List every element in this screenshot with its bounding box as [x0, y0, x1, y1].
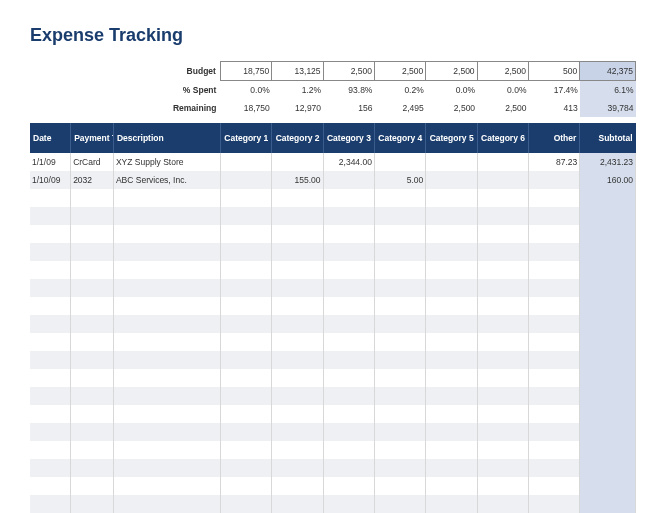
cell-cat4[interactable]: [374, 189, 425, 207]
cell-subtotal[interactable]: [580, 297, 636, 315]
budget-cat3[interactable]: 2,500: [323, 62, 374, 81]
cell-cat5[interactable]: [426, 261, 477, 279]
cell-other[interactable]: [528, 225, 579, 243]
cell-other[interactable]: [528, 495, 579, 513]
cell-other[interactable]: [528, 351, 579, 369]
cell-desc[interactable]: [113, 351, 220, 369]
cell-cat2[interactable]: [272, 495, 323, 513]
cell-desc[interactable]: [113, 243, 220, 261]
cell-paytype[interactable]: [71, 369, 114, 387]
cell-cat4[interactable]: [374, 459, 425, 477]
cell-cat1[interactable]: [220, 405, 271, 423]
cell-desc[interactable]: [113, 459, 220, 477]
cell-paytype[interactable]: [71, 477, 114, 495]
cell-date[interactable]: [30, 387, 71, 405]
cell-cat3[interactable]: [323, 225, 374, 243]
cell-cat6[interactable]: [477, 279, 528, 297]
cell-paytype[interactable]: [71, 351, 114, 369]
cell-cat3[interactable]: [323, 369, 374, 387]
table-row[interactable]: [30, 225, 636, 243]
cell-cat1[interactable]: [220, 315, 271, 333]
cell-cat6[interactable]: [477, 405, 528, 423]
cell-cat2[interactable]: [272, 423, 323, 441]
cell-cat4[interactable]: [374, 387, 425, 405]
cell-cat5[interactable]: [426, 207, 477, 225]
cell-other[interactable]: [528, 171, 579, 189]
cell-date[interactable]: [30, 297, 71, 315]
cell-cat5[interactable]: [426, 225, 477, 243]
cell-cat4[interactable]: [374, 315, 425, 333]
cell-desc[interactable]: [113, 279, 220, 297]
cell-cat1[interactable]: [220, 207, 271, 225]
cell-other[interactable]: [528, 261, 579, 279]
cell-date[interactable]: [30, 495, 71, 513]
cell-date[interactable]: 1/1/09: [30, 153, 71, 171]
cell-cat6[interactable]: [477, 171, 528, 189]
cell-paytype[interactable]: [71, 387, 114, 405]
cell-cat2[interactable]: [272, 441, 323, 459]
cell-cat3[interactable]: [323, 171, 374, 189]
cell-paytype[interactable]: [71, 297, 114, 315]
cell-desc[interactable]: [113, 207, 220, 225]
cell-cat6[interactable]: [477, 459, 528, 477]
cell-date[interactable]: [30, 315, 71, 333]
cell-cat5[interactable]: [426, 423, 477, 441]
cell-other[interactable]: [528, 369, 579, 387]
table-row[interactable]: [30, 387, 636, 405]
table-row[interactable]: [30, 315, 636, 333]
cell-subtotal[interactable]: [580, 189, 636, 207]
budget-cat6[interactable]: 2,500: [477, 62, 528, 81]
cell-cat3[interactable]: [323, 243, 374, 261]
cell-cat4[interactable]: [374, 261, 425, 279]
cell-cat1[interactable]: [220, 243, 271, 261]
cell-other[interactable]: 87.23: [528, 153, 579, 171]
cell-cat1[interactable]: [220, 153, 271, 171]
cell-cat4[interactable]: [374, 279, 425, 297]
cell-cat5[interactable]: [426, 441, 477, 459]
cell-cat5[interactable]: [426, 387, 477, 405]
cell-subtotal[interactable]: [580, 207, 636, 225]
cell-paytype[interactable]: [71, 495, 114, 513]
cell-cat3[interactable]: [323, 459, 374, 477]
cell-paytype[interactable]: [71, 189, 114, 207]
budget-cat4[interactable]: 2,500: [374, 62, 425, 81]
cell-cat6[interactable]: [477, 387, 528, 405]
cell-other[interactable]: [528, 441, 579, 459]
cell-date[interactable]: [30, 189, 71, 207]
cell-cat2[interactable]: [272, 477, 323, 495]
table-row[interactable]: [30, 477, 636, 495]
cell-paytype[interactable]: [71, 207, 114, 225]
cell-cat3[interactable]: [323, 207, 374, 225]
cell-other[interactable]: [528, 315, 579, 333]
cell-cat4[interactable]: [374, 351, 425, 369]
cell-cat5[interactable]: [426, 297, 477, 315]
cell-cat1[interactable]: [220, 225, 271, 243]
cell-subtotal[interactable]: [580, 405, 636, 423]
cell-date[interactable]: [30, 261, 71, 279]
cell-cat5[interactable]: [426, 351, 477, 369]
cell-paytype[interactable]: CrCard: [71, 153, 114, 171]
cell-cat3[interactable]: [323, 189, 374, 207]
cell-desc[interactable]: [113, 297, 220, 315]
cell-other[interactable]: [528, 387, 579, 405]
cell-cat4[interactable]: [374, 243, 425, 261]
cell-cat6[interactable]: [477, 477, 528, 495]
cell-cat2[interactable]: [272, 261, 323, 279]
cell-cat2[interactable]: [272, 333, 323, 351]
cell-cat1[interactable]: [220, 189, 271, 207]
cell-subtotal[interactable]: [580, 495, 636, 513]
cell-cat3[interactable]: [323, 351, 374, 369]
table-row[interactable]: [30, 189, 636, 207]
cell-cat5[interactable]: [426, 153, 477, 171]
cell-desc[interactable]: [113, 387, 220, 405]
budget-other[interactable]: 500: [528, 62, 579, 81]
cell-cat6[interactable]: [477, 315, 528, 333]
cell-cat6[interactable]: [477, 297, 528, 315]
cell-date[interactable]: 1/10/09: [30, 171, 71, 189]
cell-cat4[interactable]: [374, 495, 425, 513]
cell-cat5[interactable]: [426, 477, 477, 495]
cell-cat2[interactable]: [272, 189, 323, 207]
table-row[interactable]: [30, 369, 636, 387]
cell-subtotal[interactable]: 2,431.23: [580, 153, 636, 171]
cell-cat6[interactable]: [477, 189, 528, 207]
